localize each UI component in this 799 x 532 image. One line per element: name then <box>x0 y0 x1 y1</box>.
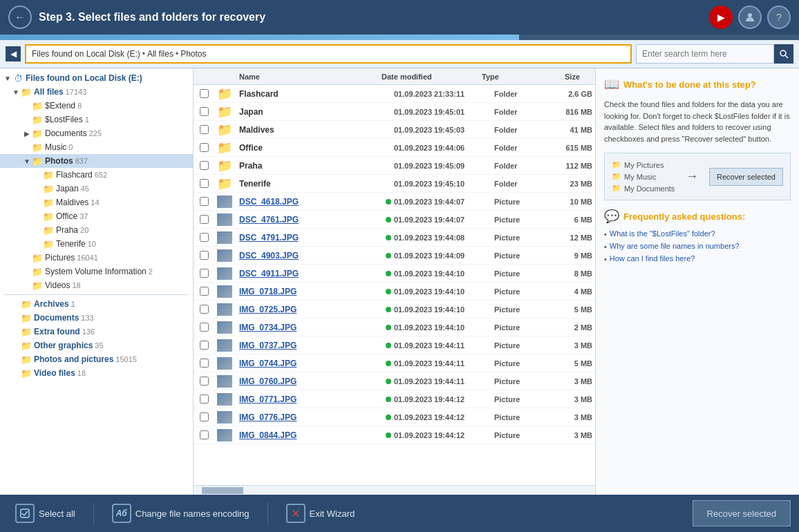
tree-item-extend[interactable]: 📁 $Extend 8 <box>0 99 193 113</box>
folder-icon-mypictures: 📁 <box>612 160 621 169</box>
breadcrumb-sep-1: • <box>142 49 145 59</box>
tree-item-all-files[interactable]: ▼ 📁 All files 17143 <box>0 85 193 99</box>
row-name-16[interactable]: IMG_0760.JPG <box>235 377 383 386</box>
tree-item-maldives[interactable]: 📁 Maldives 14 <box>0 196 193 209</box>
row-name-11[interactable]: IMG_0718.JPG <box>235 287 383 296</box>
row-date-2: 01.09.2023 19:45:03 <box>391 126 491 134</box>
svg-marker-9 <box>217 219 232 226</box>
help-button[interactable]: ? <box>767 6 791 29</box>
select-all-button[interactable]: Select all <box>8 500 82 527</box>
row-checkbox-4[interactable] <box>194 161 214 170</box>
search-button[interactable] <box>774 44 793 64</box>
row-name-15[interactable]: IMG_0744.JPG <box>235 359 383 368</box>
faq-item-3[interactable]: • How can I find files here? <box>604 254 791 263</box>
tree-item-extrafound[interactable]: 📁 Extra found 136 <box>0 325 193 339</box>
row-name-14[interactable]: IMG_0737.JPG <box>235 341 383 350</box>
exit-label: Exit Wizard <box>310 509 355 519</box>
image-thumb <box>217 267 232 280</box>
row-checkbox-11[interactable] <box>194 287 214 296</box>
row-checkbox-16[interactable] <box>194 377 214 386</box>
svg-rect-7 <box>217 213 232 226</box>
encoding-button[interactable]: Aб Change file names encoding <box>105 500 256 527</box>
row-checkbox-5[interactable] <box>194 179 214 188</box>
row-checkbox-0[interactable] <box>194 89 214 98</box>
row-checkbox-9[interactable] <box>194 251 214 260</box>
file-list-hscroll[interactable] <box>194 485 595 495</box>
row-checkbox-8[interactable] <box>194 233 214 242</box>
tree-item-photos[interactable]: ▼ 📁 Photos 837 <box>0 154 193 168</box>
tree-item-documents[interactable]: ▶ 📁 Documents 225 <box>0 126 193 140</box>
row-name-6[interactable]: DSC_4618.JPG <box>235 197 383 207</box>
row-checkbox-6[interactable] <box>194 197 214 206</box>
folder-icon-photos: 📁 <box>32 155 43 167</box>
tree-item-sysvolinfo[interactable]: 📁 System Volume Information 2 <box>0 265 193 278</box>
row-checkbox-13[interactable] <box>194 323 214 332</box>
row-name-12[interactable]: IMG_0725.JPG <box>235 305 383 314</box>
row-checkbox-3[interactable] <box>194 143 214 152</box>
tree-item-tenerife[interactable]: 📁 Tenerife 10 <box>0 237 193 251</box>
row-name-9[interactable]: DSC_4903.JPG <box>235 251 383 260</box>
svg-rect-55 <box>217 429 232 441</box>
row-checkbox-10[interactable] <box>194 269 214 278</box>
tree-item-archives[interactable]: 📁 Archives 1 <box>0 297 193 311</box>
tree-item-videos[interactable]: 📁 Videos 18 <box>0 278 193 292</box>
tree-toggle-music <box>22 142 32 152</box>
tree-toggle-othergfx <box>11 341 21 350</box>
row-name-0: Flashcard <box>235 89 383 99</box>
row-size-19: 3 MB <box>543 431 595 439</box>
row-checkbox-19[interactable] <box>194 430 214 439</box>
back-button[interactable]: ← <box>8 6 32 29</box>
search-input[interactable] <box>636 44 774 64</box>
status-dot-15 <box>386 361 391 366</box>
tree-count-pictures: 16041 <box>77 254 98 262</box>
tree-item-othergfx[interactable]: 📁 Other graphics 35 <box>0 339 193 352</box>
user-button[interactable] <box>738 6 762 29</box>
recover-diagram-button[interactable]: Recover selected <box>709 168 783 186</box>
row-type-1: Folder <box>491 108 543 116</box>
faq-item-1[interactable]: • What is the "$LostFiles" folder? <box>604 229 791 238</box>
row-name-7[interactable]: DSC_4761.JPG <box>235 215 383 225</box>
breadcrumb-nav-button[interactable]: ◀ <box>6 46 21 61</box>
tree-toggle-japan <box>33 184 43 193</box>
row-date-1: 01.09.2023 19:45:01 <box>391 108 491 116</box>
tree-item-office-sub[interactable]: 📁 Office 37 <box>0 209 193 223</box>
tree-item-root[interactable]: ▼ ⏱ Files found on Local Disk (E:) <box>0 71 193 85</box>
status-dot-12 <box>386 307 391 312</box>
row-checkbox-7[interactable] <box>194 215 214 224</box>
row-name-18[interactable]: IMG_0776.JPG <box>235 412 383 422</box>
tree-item-videofiles[interactable]: 📁 Video files 18 <box>0 366 193 380</box>
tree-item-documents2[interactable]: 📁 Documents 133 <box>0 311 193 325</box>
folder-icon-extrafound: 📁 <box>21 326 32 337</box>
row-name-17[interactable]: IMG_0771.JPG <box>235 395 383 404</box>
tree-item-praha[interactable]: 📁 Praha 20 <box>0 223 193 237</box>
row-checkbox-1[interactable] <box>194 107 214 116</box>
row-checkbox-18[interactable] <box>194 412 214 421</box>
tree-item-flashcard[interactable]: 📁 Flashcard 652 <box>0 168 193 182</box>
tree-item-photospictures[interactable]: 📁 Photos and pictures 15015 <box>0 352 193 366</box>
svg-rect-8 <box>218 214 232 225</box>
table-row: IMG_0776.JPG 01.09.2023 19:44:12 Picture… <box>194 408 595 426</box>
faq-item-2[interactable]: • Why are some file names in numbers? <box>604 242 791 251</box>
row-checkbox-14[interactable] <box>194 341 214 350</box>
tree-toggle-extend <box>22 101 32 111</box>
recover-selected-button[interactable]: Recover selected <box>693 500 791 526</box>
row-name-10[interactable]: DSC_4911.JPG <box>235 269 383 278</box>
tree-item-lostfiles[interactable]: 📁 $LostFiles 1 <box>0 113 193 126</box>
svg-marker-25 <box>217 291 232 298</box>
row-checkbox-17[interactable] <box>194 395 214 403</box>
tree-item-pictures[interactable]: 📁 Pictures 16041 <box>0 251 193 265</box>
tree-item-japan[interactable]: 📁 Japan 45 <box>0 182 193 196</box>
row-checkbox-2[interactable] <box>194 125 214 134</box>
youtube-button[interactable]: ▶ <box>709 6 733 29</box>
row-name-8[interactable]: DSC_4791.JPG <box>235 233 383 243</box>
row-name-13[interactable]: IMG_0734.JPG <box>235 323 383 332</box>
row-checkbox-12[interactable] <box>194 305 214 314</box>
row-checkbox-15[interactable] <box>194 359 214 368</box>
search-container <box>636 44 793 64</box>
status-dot-9 <box>386 253 391 258</box>
tree-item-music[interactable]: 📁 Music 0 <box>0 140 193 154</box>
row-date-9: 01.09.2023 19:44:09 <box>391 251 491 260</box>
exit-button[interactable]: ✕ Exit Wizard <box>279 500 362 527</box>
row-type-4: Folder <box>491 162 543 170</box>
row-name-19[interactable]: IMG_0844.JPG <box>235 430 383 440</box>
